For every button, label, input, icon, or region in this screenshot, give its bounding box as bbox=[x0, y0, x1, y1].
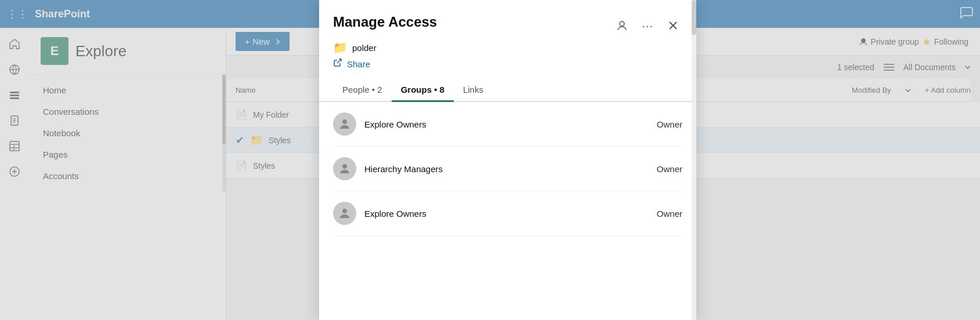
modal-share-row[interactable]: Share bbox=[319, 54, 696, 79]
person-icon-button[interactable] bbox=[613, 16, 631, 35]
folder-name: polder bbox=[352, 43, 377, 53]
folder-icon: 📁 bbox=[333, 41, 348, 54]
tab-groups[interactable]: Groups • 8 bbox=[392, 79, 454, 102]
group-role: Owner bbox=[657, 119, 682, 129]
list-item[interactable]: Explore Owners Owner bbox=[333, 191, 682, 236]
tab-people[interactable]: People • 2 bbox=[333, 79, 392, 102]
modal-actions: ··· bbox=[613, 16, 682, 35]
group-name: Explore Owners bbox=[364, 209, 649, 219]
share-icon bbox=[333, 58, 342, 70]
modal-header: Manage Access ··· bbox=[319, 0, 696, 35]
group-avatar bbox=[333, 112, 356, 136]
modal-scrollbar[interactable] bbox=[692, 0, 696, 320]
share-label: Share bbox=[347, 59, 370, 69]
group-name: Hierarchy Managers bbox=[364, 164, 649, 174]
group-role: Owner bbox=[657, 209, 682, 219]
group-avatar bbox=[333, 202, 356, 225]
close-button[interactable] bbox=[664, 16, 682, 35]
tab-links[interactable]: Links bbox=[454, 79, 493, 102]
svg-point-18 bbox=[620, 21, 624, 26]
group-name: Explore Owners bbox=[364, 119, 649, 129]
modal-title: Manage Access bbox=[333, 14, 437, 30]
more-options-button[interactable]: ··· bbox=[638, 16, 657, 35]
modal-group-list: Explore Owners Owner Hierarchy Managers … bbox=[319, 102, 696, 320]
modal-scroll-thumb[interactable] bbox=[692, 0, 696, 35]
modal-folder-row: 📁 polder bbox=[319, 35, 696, 54]
group-role: Owner bbox=[657, 164, 682, 174]
list-item[interactable]: Explore Owners Owner bbox=[333, 102, 682, 147]
list-item[interactable]: Hierarchy Managers Owner bbox=[333, 147, 682, 191]
group-avatar bbox=[333, 157, 356, 180]
manage-access-modal: Manage Access ··· 📁 polder bbox=[319, 0, 696, 320]
modal-tabs: People • 2 Groups • 8 Links bbox=[319, 79, 696, 102]
